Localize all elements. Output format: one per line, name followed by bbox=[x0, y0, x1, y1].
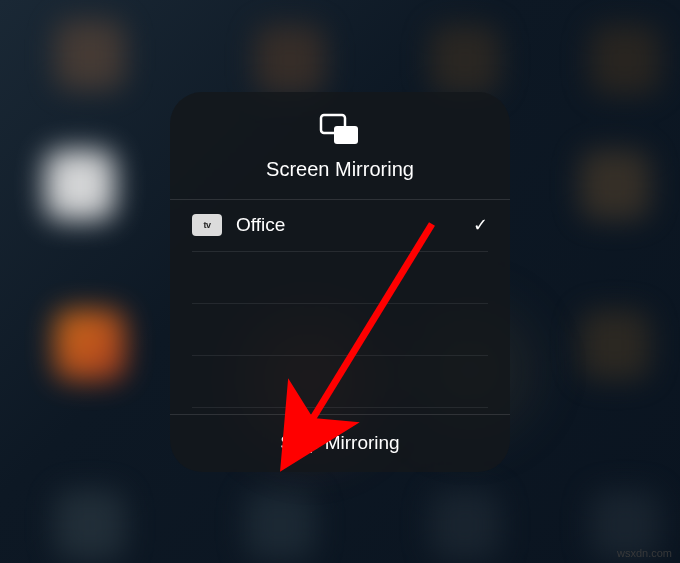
watermark: wsxdn.com bbox=[617, 547, 672, 559]
apple-tv-icon: tv bbox=[192, 214, 222, 236]
empty-row bbox=[192, 252, 488, 304]
device-list: tv Office ✓ bbox=[170, 200, 510, 414]
svg-rect-1 bbox=[334, 126, 358, 144]
empty-row bbox=[192, 304, 488, 356]
device-row-office[interactable]: tv Office ✓ bbox=[192, 200, 488, 252]
panel-footer: Stop Mirroring bbox=[170, 414, 510, 472]
device-name: Office bbox=[236, 214, 473, 236]
screen-mirroring-icon bbox=[318, 112, 362, 148]
panel-title: Screen Mirroring bbox=[266, 158, 414, 181]
empty-row bbox=[192, 356, 488, 408]
panel-header: Screen Mirroring bbox=[170, 92, 510, 200]
checkmark-icon: ✓ bbox=[473, 214, 488, 236]
stop-mirroring-button[interactable]: Stop Mirroring bbox=[280, 432, 399, 454]
screen-mirroring-panel: Screen Mirroring tv Office ✓ Stop Mirror… bbox=[170, 92, 510, 472]
